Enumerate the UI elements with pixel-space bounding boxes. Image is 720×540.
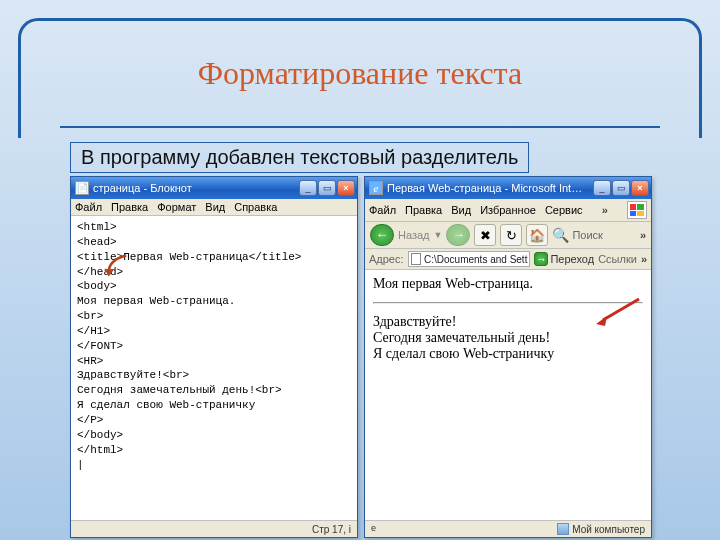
forward-button[interactable]: → xyxy=(446,224,470,246)
home-button[interactable]: 🏠 xyxy=(526,224,548,246)
page-icon xyxy=(411,253,422,265)
ie-statusbar: e Мой компьютер xyxy=(365,520,651,537)
go-button[interactable]: → Переход xyxy=(534,252,594,266)
ie-titlebar[interactable]: e Первая Web-страница - Microsoft Int… _… xyxy=(365,177,651,199)
ie-title-text: Первая Web-страница - Microsoft Int… xyxy=(387,182,593,194)
menu-edit[interactable]: Правка xyxy=(405,204,442,216)
status-zone: Мой компьютер xyxy=(557,523,645,535)
ie-page-content[interactable]: Моя первая Web-страница. Здравствуйте! С… xyxy=(365,270,651,520)
windows-logo-icon xyxy=(627,201,647,219)
close-button[interactable]: × xyxy=(631,180,649,196)
dropdown-icon[interactable]: ▼ xyxy=(434,230,443,240)
ie-toolbar: ← Назад ▼ → ✖ ↻ 🏠 🔍 Поиск » xyxy=(365,222,651,249)
close-button[interactable]: × xyxy=(337,180,355,196)
notepad-status-text: Стр 17, i xyxy=(312,524,351,535)
back-label: Назад xyxy=(398,229,430,241)
search-label: Поиск xyxy=(572,229,602,241)
notepad-icon: 📄 xyxy=(75,181,89,195)
computer-icon xyxy=(557,523,569,535)
menu-format[interactable]: Формат xyxy=(157,201,196,213)
address-input[interactable]: C:\Documents and Sett xyxy=(408,251,531,267)
ie-menubar: Файл Правка Вид Избранное Сервис » xyxy=(365,199,651,222)
status-zone-text: Мой компьютер xyxy=(572,524,645,535)
notepad-menubar: Файл Правка Формат Вид Справка xyxy=(71,199,357,216)
slide-subtitle: В программу добавлен текстовый разделите… xyxy=(70,142,529,173)
menu-view[interactable]: Вид xyxy=(451,204,471,216)
page-line3: Я сделал свою Web-страничку xyxy=(373,346,643,362)
notepad-window: 📄 страница - Блокнот _ ▭ × Файл Правка Ф… xyxy=(70,176,358,538)
annotation-arrow-code xyxy=(100,251,135,281)
page-heading: Моя первая Web-страница. xyxy=(373,276,643,292)
menu-overflow-icon[interactable]: » xyxy=(602,204,608,216)
ie-icon: e xyxy=(369,181,383,195)
annotation-arrow-hr xyxy=(593,296,643,326)
menu-edit[interactable]: Правка xyxy=(111,201,148,213)
maximize-button[interactable]: ▭ xyxy=(612,180,630,196)
go-arrow-icon: → xyxy=(534,252,548,266)
menu-view[interactable]: Вид xyxy=(205,201,225,213)
links-label[interactable]: Ссылки xyxy=(598,253,637,265)
minimize-button[interactable]: _ xyxy=(299,180,317,196)
notepad-statusbar: Стр 17, i xyxy=(71,520,357,537)
menu-help[interactable]: Справка xyxy=(234,201,277,213)
go-label: Переход xyxy=(550,253,594,265)
search-button[interactable]: 🔍 Поиск xyxy=(552,227,602,243)
address-label: Адрес: xyxy=(369,253,404,265)
addr-overflow-icon[interactable]: » xyxy=(641,253,647,265)
ie-addressbar: Адрес: C:\Documents and Sett → Переход С… xyxy=(365,249,651,270)
notepad-titlebar[interactable]: 📄 страница - Блокнот _ ▭ × xyxy=(71,177,357,199)
search-icon: 🔍 xyxy=(552,227,569,243)
menu-favorites[interactable]: Избранное xyxy=(480,204,536,216)
maximize-button[interactable]: ▭ xyxy=(318,180,336,196)
menu-file[interactable]: Файл xyxy=(369,204,396,216)
address-value: C:\Documents and Sett xyxy=(424,254,527,265)
notepad-title-text: страница - Блокнот xyxy=(93,182,299,194)
minimize-button[interactable]: _ xyxy=(593,180,611,196)
slide-title: Форматирование текста xyxy=(0,55,720,92)
menu-tools[interactable]: Сервис xyxy=(545,204,583,216)
ie-status-icon: e xyxy=(371,523,383,535)
page-line2: Сегодня замечательный день! xyxy=(373,330,643,346)
svg-line-0 xyxy=(603,299,639,320)
ie-window: e Первая Web-страница - Microsoft Int… _… xyxy=(364,176,652,538)
back-button[interactable]: ← xyxy=(370,224,394,246)
stop-button[interactable]: ✖ xyxy=(474,224,496,246)
menu-file[interactable]: Файл xyxy=(75,201,102,213)
toolbar-overflow-icon[interactable]: » xyxy=(640,229,646,241)
refresh-button[interactable]: ↻ xyxy=(500,224,522,246)
